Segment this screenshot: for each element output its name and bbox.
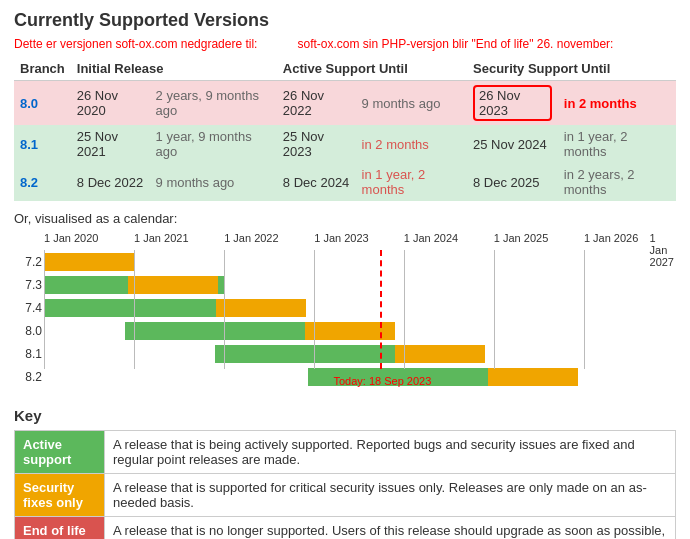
security-until-cell: 8 Dec 2025 [467, 163, 558, 201]
active-until-cell: 8 Dec 2024 [277, 163, 356, 201]
key-row: Active support A release that is being a… [15, 431, 676, 474]
active-until-cell: 26 Nov 2022 [277, 81, 356, 126]
chart-row: 8.2 [44, 367, 674, 387]
branch-cell[interactable]: 8.1 [14, 125, 71, 163]
year-label-1: 1 Jan 2021 [134, 232, 188, 244]
branch-cell[interactable]: 8.2 [14, 163, 71, 201]
col-security: Security Support Until [467, 57, 676, 81]
chart-row-label: 8.1 [16, 347, 42, 361]
key-row: Security fixes only A release that is su… [15, 474, 676, 517]
chart-bar-area [44, 322, 674, 340]
chart-bar-area [44, 299, 674, 317]
chart-row-label: 8.0 [16, 324, 42, 338]
bar-orange [44, 253, 134, 271]
col-initial: Initial Release [71, 57, 277, 81]
key-label-cell: Security fixes only [15, 474, 105, 517]
branch-cell[interactable]: 8.0 [14, 81, 71, 126]
initial-release-cell: 8 Dec 2022 [71, 163, 150, 201]
key-desc-cell: A release that is being actively support… [105, 431, 676, 474]
key-table: Active support A release that is being a… [14, 430, 676, 539]
year-label-5: 1 Jan 2025 [494, 232, 548, 244]
security-until-cell: 26 Nov 2023 [467, 81, 558, 126]
versions-table: Branch Initial Release Active Support Un… [14, 57, 676, 201]
security-until-cell: 25 Nov 2024 [467, 125, 558, 163]
initial-ago-cell: 2 years, 9 months ago [150, 81, 277, 126]
chart-row-label: 7.4 [16, 301, 42, 315]
active-until-cell: 25 Nov 2023 [277, 125, 356, 163]
chart-row-label: 7.3 [16, 278, 42, 292]
bar-green [44, 299, 224, 317]
initial-ago-cell: 1 year, 9 months ago [150, 125, 277, 163]
year-label-0: 1 Jan 2020 [44, 232, 98, 244]
col-active: Active Support Until [277, 57, 467, 81]
chart-bar-area [44, 276, 674, 294]
key-label-cell: Active support [15, 431, 105, 474]
chart-row: 7.2 [44, 252, 674, 272]
key-row: End of life A release that is no longer … [15, 517, 676, 540]
key-desc-cell: A release that is supported for critical… [105, 474, 676, 517]
bar-orange [305, 322, 395, 340]
chart-row-label: 7.2 [16, 255, 42, 269]
chart-row: 8.1 [44, 344, 674, 364]
bar-green [215, 345, 395, 363]
year-label-4: 1 Jan 2024 [404, 232, 458, 244]
initial-ago-cell: 9 months ago [150, 163, 277, 201]
security-in-cell: in 2 months [558, 81, 676, 126]
bar-orange [216, 299, 306, 317]
key-title: Key [14, 407, 676, 424]
col-branch: Branch [14, 57, 71, 81]
bar-orange [488, 368, 578, 386]
bar-orange [128, 276, 218, 294]
year-label-3: 1 Jan 2023 [314, 232, 368, 244]
active-ago-cell: in 2 months [356, 125, 467, 163]
annotation-right: soft-ox.com sin PHP-versjon blir "End of… [297, 37, 613, 51]
active-ago-cell: in 1 year, 2 months [356, 163, 467, 201]
security-in-cell: in 1 year, 2 months [558, 125, 676, 163]
chart-bar-area [44, 368, 674, 386]
table-row: 8.2 8 Dec 2022 9 months ago 8 Dec 2024 i… [14, 163, 676, 201]
security-in-cell: in 2 years, 2 months [558, 163, 676, 201]
bar-green [308, 368, 488, 386]
page-title: Currently Supported Versions [14, 10, 676, 31]
annotation-left: Dette er versjonen soft-ox.com nedgrader… [14, 37, 257, 51]
key-desc-cell: A release that is no longer supported. U… [105, 517, 676, 540]
year-label-2: 1 Jan 2022 [224, 232, 278, 244]
chart-bar-area [44, 253, 674, 271]
chart-row: 7.3 [44, 275, 674, 295]
chart-row: 7.4 [44, 298, 674, 318]
initial-release-cell: 25 Nov 2021 [71, 125, 150, 163]
year-label-6: 1 Jan 2026 [584, 232, 638, 244]
initial-release-cell: 26 Nov 2020 [71, 81, 150, 126]
table-row: 8.1 25 Nov 2021 1 year, 9 months ago 25 … [14, 125, 676, 163]
chart-bar-area [44, 345, 674, 363]
chart-row: 8.0 [44, 321, 674, 341]
bar-green [125, 322, 305, 340]
active-ago-cell: 9 months ago [356, 81, 467, 126]
table-row: 8.0 26 Nov 2020 2 years, 9 months ago 26… [14, 81, 676, 126]
calendar-title: Or, visualised as a calendar: [14, 211, 676, 226]
chart-row-label: 8.2 [16, 370, 42, 384]
bar-orange [395, 345, 485, 363]
key-label-cell: End of life [15, 517, 105, 540]
